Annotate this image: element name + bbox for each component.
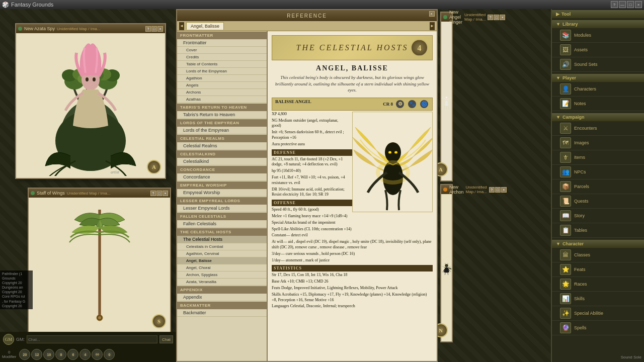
toc-item-fallen[interactable]: Fallen Celestials — [177, 220, 267, 228]
toc-section-empyreal[interactable]: EMPYREAL WORSHIP — [177, 182, 267, 189]
azata-window[interactable]: New Azata Spy Unidentified Map / Ima... … — [15, 23, 166, 179]
azata-min-btn[interactable]: □ — [151, 26, 157, 32]
ref-tab-angel[interactable]: Angel, Balisse — [186, 22, 224, 30]
sound-sets-btn[interactable]: 🔊 Sound Sets — [552, 57, 644, 72]
toc-item-backmatter[interactable]: Backmatter — [177, 309, 267, 317]
parcels-btn[interactable]: 📦 Parcels — [552, 179, 644, 194]
skills-btn[interactable]: 📊 Skills — [552, 292, 644, 306]
staff-window[interactable]: Staff of Wings Unidentified Map / Ima...… — [28, 188, 171, 333]
toc-item-concordance[interactable]: Concordance — [177, 173, 267, 181]
toc-item-credits[interactable]: Credits — [177, 54, 267, 61]
angel-singer-close[interactable]: × — [500, 15, 505, 20]
toc-item-celestial-realms[interactable]: Celestial Realms — [177, 142, 267, 150]
toc-item-celestial-hosts[interactable]: The Celestial Hosts — [177, 236, 267, 243]
characters-btn[interactable]: 👤 Characters — [552, 82, 644, 97]
toc-item-angels[interactable]: Angels — [177, 82, 267, 89]
toc-item-agathion-cervinal[interactable]: Agathion, Cervinal — [177, 250, 267, 257]
staff-token[interactable]: S — [152, 314, 166, 328]
toc-section-celestialkind[interactable]: CELESTIALKIND — [177, 150, 267, 158]
d10-die[interactable]: 10 — [43, 349, 54, 360]
staff-min-btn[interactable]: □ — [156, 191, 162, 196]
classes-btn[interactable]: 🏛 Classes — [552, 248, 644, 262]
character-header[interactable]: ▼ Character — [552, 240, 644, 248]
staff-close-btn[interactable]: × — [163, 191, 168, 196]
toc-item-archons[interactable]: Archons — [177, 89, 267, 96]
archon-help-btn[interactable]: ? — [489, 187, 495, 193]
quests-btn[interactable]: 📜 Quests — [552, 194, 644, 209]
d0-die[interactable]: 0 — [104, 349, 115, 360]
angel-singer-controls[interactable]: ? □ × — [488, 15, 505, 20]
toc-item-lesser[interactable]: Lesser Empyreal Lords — [177, 205, 267, 212]
toc-item-celestialkind[interactable]: Celestialkind — [177, 158, 267, 165]
icon-1[interactable]: ⚙ — [395, 99, 405, 109]
toc-item-cover[interactable]: Cover — [177, 47, 267, 54]
toc-item-toc[interactable]: Table of Contents — [177, 61, 267, 68]
special-abilities-btn[interactable]: ✨ Special Abilitie — [552, 306, 644, 321]
icon-3[interactable]: 🌀 — [419, 99, 429, 109]
chat-input[interactable] — [27, 335, 157, 343]
d20-die[interactable]: 20 — [19, 349, 30, 360]
toc-section-celestial-hosts[interactable]: THE CELESTIAL HOSTS — [177, 228, 267, 236]
ref-nav-right-btn[interactable]: ► — [430, 22, 435, 30]
titlebar-controls[interactable]: ? — □ × — [611, 1, 642, 8]
toc-item-lords-emp[interactable]: Lords of the Empyrean — [177, 68, 267, 75]
toc-section-fallen[interactable]: FALLEN CELESTIALS — [177, 213, 267, 220]
toc-section-lesser[interactable]: LESSER EMPYREAL LORDS — [177, 197, 267, 205]
angel-singer-min[interactable]: □ — [494, 15, 499, 20]
toc-item-lords[interactable]: Lords of the Empyrean — [177, 127, 267, 134]
toc-item-tabris[interactable]: Tabris's Return to Heaven — [177, 111, 267, 119]
toc-section-frontmatter[interactable]: FRONTMATTER — [177, 32, 267, 39]
toc-section-celestial-realms[interactable]: CELESTIAL REALMS — [177, 135, 267, 142]
toc-item-celestials-combat[interactable]: Celestials in Combat — [177, 243, 267, 250]
toc-item-frontmatter[interactable]: Frontmatter — [177, 39, 267, 47]
d6-die[interactable]: 6 — [67, 349, 78, 360]
story-btn[interactable]: 📖 Story — [552, 209, 644, 223]
ref-controls[interactable]: × — [429, 11, 435, 17]
ref-close-btn[interactable]: × — [429, 11, 435, 17]
library-header[interactable]: ▼ Library — [552, 20, 644, 28]
toc-section-tabris[interactable]: TABRIS'S RETURN TO HEAVEN — [177, 104, 267, 111]
modules-btn[interactable]: 📚 Modules — [552, 28, 644, 43]
chat-button[interactable]: Chat — [159, 335, 173, 343]
items-btn[interactable]: 🗡 Items — [552, 150, 644, 165]
staff-window-controls[interactable]: ? □ × — [150, 191, 168, 196]
toc-section-concordance[interactable]: CONCORDANCE — [177, 166, 267, 173]
azata-window-controls[interactable]: ? □ × — [145, 26, 163, 32]
toc-item-angel-balisse[interactable]: Angel, Balisse — [177, 257, 267, 264]
minimize-button[interactable]: — — [619, 1, 626, 8]
feats-btn[interactable]: ⭐ Feats — [552, 262, 644, 277]
angel-singer-window[interactable]: New Angel Singer Unidentified Map / Ima.… — [440, 12, 453, 182]
toc-item-agathion[interactable]: Agathion — [177, 75, 267, 82]
player-header[interactable]: ▼ Player — [552, 74, 644, 82]
toc-item-archon-spyglass[interactable]: Archon, Spyglass — [177, 272, 267, 279]
toc-item-azata-veranallia[interactable]: Azata, Veranallia — [177, 279, 267, 286]
toc-item-angel-choral[interactable]: Angel, Choral — [177, 264, 267, 272]
help-button[interactable]: ? — [611, 1, 618, 8]
maximize-button[interactable]: □ — [627, 1, 634, 8]
encounters-btn[interactable]: ⚔ Encounters — [552, 121, 644, 136]
archon-min-btn[interactable]: □ — [495, 187, 501, 193]
azata-token[interactable]: A — [147, 160, 161, 174]
azata-close-btn[interactable]: × — [157, 26, 163, 32]
tables-btn[interactable]: 📋 Tables — [552, 223, 644, 238]
d8-die[interactable]: 8 — [55, 349, 66, 360]
toc-item-appendix[interactable]: Appendix — [177, 294, 267, 301]
content-panel[interactable]: The Celestial Hosts 4 ANGEL, BALISSE Thi… — [268, 31, 437, 361]
close-button[interactable]: × — [635, 1, 642, 8]
races-btn[interactable]: 🌟 Races — [552, 277, 644, 292]
ref-nav-left-btn[interactable]: ◄ — [179, 22, 184, 30]
images-btn[interactable]: 🗺 Images — [552, 136, 644, 150]
archon-close-btn[interactable]: × — [501, 187, 507, 193]
assets-btn[interactable]: 🖼 Assets — [552, 43, 644, 57]
npcs-btn[interactable]: 👥 NPCs — [552, 165, 644, 179]
icon-2[interactable]: 🐾 — [407, 99, 417, 109]
staff-help-btn[interactable]: ? — [150, 191, 156, 196]
d100-die[interactable]: 00 — [92, 349, 103, 360]
toc-section-appendix[interactable]: APPENDIX — [177, 286, 267, 294]
archon-window[interactable]: New Archon Unidentified Map / Ima... ? □… — [440, 184, 453, 342]
toc-section-backmatter[interactable]: BACKMATTER — [177, 302, 267, 309]
toc-item-azathas[interactable]: Azathas — [177, 96, 267, 103]
archon-window-controls[interactable]: ? □ × — [489, 187, 507, 193]
toc-item-empyreal[interactable]: Empyreal Worship — [177, 189, 267, 197]
notes-btn[interactable]: 📝 Notes — [552, 97, 644, 111]
